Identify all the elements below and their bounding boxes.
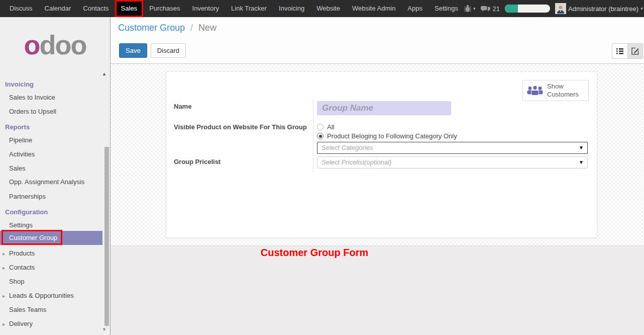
nav-settings[interactable]: Settings xyxy=(428,0,464,17)
dropdown-arrow-icon: ▼ xyxy=(579,157,584,168)
messages-indicator[interactable]: 21 xyxy=(481,5,500,13)
visible-product-field-label: Visible Product on Website For This Grou… xyxy=(174,123,307,131)
scroll-up-arrow[interactable]: ▲ xyxy=(102,71,106,76)
below-sheet-area: Customer Group Form xyxy=(111,245,644,335)
odoo-logo[interactable]: odoo xyxy=(0,31,110,58)
breadcrumb-current: New xyxy=(198,23,217,33)
record-buttons: Save Discard xyxy=(119,43,186,58)
nav-contacts[interactable]: Contacts xyxy=(77,0,115,17)
sidebar-item-orders-to-upsell[interactable]: Orders to Upsell xyxy=(0,107,102,117)
sidebar-item-sales-to-invoice[interactable]: Sales to Invoice xyxy=(0,93,102,103)
debug-menu[interactable]: ▾ xyxy=(464,5,476,13)
sidebar-item-label: Delivery xyxy=(9,320,33,327)
odoo-app-window: Discuss Calendar Contacts Sales Purchase… xyxy=(0,0,644,335)
list-icon xyxy=(616,47,624,55)
sidebar-item-sales[interactable]: Sales xyxy=(0,163,102,174)
message-count: 21 xyxy=(493,5,500,13)
sidebar: odoo ▲ Invoicing Sales to Invoice Orders… xyxy=(0,17,111,335)
main-area: Customer Group / New Save Discard xyxy=(111,17,644,335)
topbar-systray: ▾ 21 Administrator (braintree) ▾ xyxy=(464,3,644,14)
group-name-input[interactable] xyxy=(317,101,451,115)
dropdown-arrow-icon: ▼ xyxy=(579,142,584,153)
categories-select[interactable]: Select Categories ▼ xyxy=(317,142,588,154)
caret-down-icon: ▾ xyxy=(640,6,643,11)
bug-icon xyxy=(464,5,471,13)
sidebar-section-configuration: Configuration xyxy=(0,207,102,217)
sidebar-section-invoicing: Invoicing xyxy=(0,79,102,90)
breadcrumb-parent-link[interactable]: Customer Group xyxy=(118,23,185,33)
sidebar-item-opp-assignment-analysis[interactable]: Opp. Assignment Analysis xyxy=(0,177,102,187)
sidebar-item-customer-group[interactable]: Customer Group xyxy=(0,231,102,245)
nav-discuss[interactable]: Discuss xyxy=(4,0,39,17)
nav-link-tracker[interactable]: Link Tracker xyxy=(225,0,273,17)
radio-option-category-label: Product Beloging to Following Category O… xyxy=(327,132,457,140)
pricelist-select[interactable]: Select Pricelist(optional) ▼ xyxy=(317,156,588,169)
radio-option-category[interactable]: Product Beloging to Following Category O… xyxy=(317,132,457,140)
control-panel: Customer Group / New Save Discard xyxy=(111,17,644,64)
username: Administrator (braintree) xyxy=(568,5,638,13)
save-button[interactable]: Save xyxy=(119,43,147,58)
radio-checked-icon[interactable] xyxy=(317,133,324,139)
chevron-right-icon: ▸ xyxy=(3,291,6,301)
show-customers-label: Show Customers xyxy=(547,82,582,99)
avatar xyxy=(555,3,566,14)
sidebar-item-label: Leads & Opportunities xyxy=(9,292,74,299)
sidebar-item-label: Products xyxy=(9,249,35,257)
customers-group-icon xyxy=(527,85,543,97)
discard-button[interactable]: Discard xyxy=(151,43,186,58)
nav-apps[interactable]: Apps xyxy=(401,0,428,17)
sidebar-item-leads-opportunities[interactable]: ▸ Leads & Opportunities xyxy=(0,291,102,301)
group-pricelist-field-label: Group Pricelist xyxy=(174,158,221,165)
sidebar-item-label: Contacts xyxy=(9,264,35,271)
radio-option-all-label: All xyxy=(327,123,334,131)
annotation-caption: Customer Group Form xyxy=(111,247,518,259)
sidebar-scrollbar-thumb[interactable] xyxy=(104,147,109,326)
chat-bubbles-icon xyxy=(481,5,491,13)
edit-icon xyxy=(631,47,639,55)
radio-option-all[interactable]: All xyxy=(317,123,334,131)
form-sheet-background: Show Customers Name Visible Product on W… xyxy=(111,64,644,245)
name-field-label: Name xyxy=(174,103,191,110)
sidebar-item-settings[interactable]: Settings xyxy=(0,220,102,230)
show-customers-button[interactable]: Show Customers xyxy=(522,80,589,101)
nav-purchases[interactable]: Purchases xyxy=(143,0,186,17)
breadcrumb: Customer Group / New xyxy=(118,23,217,33)
form-view-button[interactable] xyxy=(627,43,643,59)
sidebar-item-activities[interactable]: Activities xyxy=(0,149,102,159)
breadcrumb-separator: / xyxy=(190,23,193,33)
categories-select-placeholder: Select Categories xyxy=(321,144,373,151)
view-switcher xyxy=(612,43,643,59)
sidebar-item-partnerships[interactable]: Partnerships xyxy=(0,192,102,202)
scroll-down-arrow[interactable]: ▼ xyxy=(102,327,106,332)
sidebar-item-products[interactable]: ▸ Products xyxy=(0,248,102,259)
nav-calendar[interactable]: Calendar xyxy=(39,0,77,17)
chevron-right-icon: ▸ xyxy=(3,319,6,329)
chevron-right-icon: ▸ xyxy=(3,248,6,259)
nav-inventory[interactable]: Inventory xyxy=(186,0,225,17)
app-menu: Discuss Calendar Contacts Sales Purchase… xyxy=(0,0,464,17)
radio-unchecked-icon[interactable] xyxy=(317,124,324,130)
nav-sales-active[interactable]: Sales xyxy=(115,0,144,17)
sidebar-item-contacts[interactable]: ▸ Contacts xyxy=(0,263,102,273)
list-view-button[interactable] xyxy=(612,43,627,59)
progress-fill xyxy=(505,5,518,13)
nav-invoicing[interactable]: Invoicing xyxy=(273,0,310,17)
caret-down-icon: ▾ xyxy=(473,6,476,11)
sidebar-section-reports: Reports xyxy=(0,122,102,132)
nav-website-admin[interactable]: Website Admin xyxy=(346,0,401,17)
progress-pill xyxy=(505,5,550,13)
highlight-box xyxy=(2,230,62,245)
user-menu[interactable]: Administrator (braintree) ▾ xyxy=(555,3,643,14)
customer-group-form: Show Customers Name Visible Product on W… xyxy=(166,71,597,238)
nav-website[interactable]: Website xyxy=(310,0,346,17)
top-nav-bar: Discuss Calendar Contacts Sales Purchase… xyxy=(0,0,644,17)
sidebar-item-shop[interactable]: Shop xyxy=(0,277,102,287)
pricelist-select-placeholder: Select Pricelist(optional) xyxy=(321,158,391,166)
sidebar-item-delivery[interactable]: ▸ Delivery xyxy=(0,319,102,329)
label-column-separator xyxy=(313,99,313,173)
sidebar-item-sales-teams[interactable]: Sales Teams xyxy=(0,305,102,315)
sidebar-item-pipeline[interactable]: Pipeline xyxy=(0,135,102,145)
chevron-right-icon: ▸ xyxy=(3,263,6,273)
